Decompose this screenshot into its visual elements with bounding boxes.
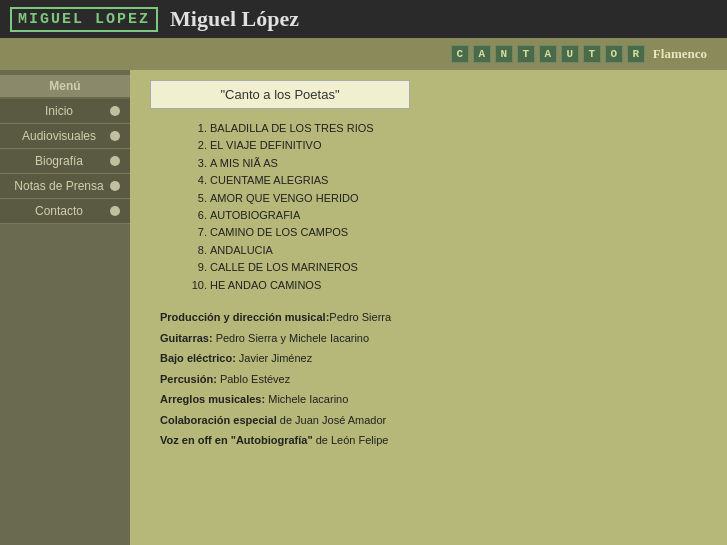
main-content: "Canto a los Poetas" BALADILLA DE LOS TR…	[130, 70, 727, 545]
tracks-section: BALADILLA DE LOS TRES RIOSEL VIAJE DEFIN…	[190, 121, 707, 293]
track-item: ANDALUCIA	[210, 243, 707, 258]
album-title: "Canto a los Poetas"	[150, 80, 410, 109]
header-name: Miguel López	[170, 6, 299, 32]
sidebar-item-label: Contacto	[12, 204, 106, 218]
sidebar-item[interactable]: Contacto	[0, 199, 130, 224]
header-logo-pixel: MIGUEL LOPEZ	[10, 7, 158, 32]
credit-value: de Juan José Amador	[277, 414, 386, 426]
credit-value: Pedro Sierra y Michele Iacarino	[213, 332, 370, 344]
track-item: CALLE DE LOS MARINEROS	[210, 260, 707, 275]
layout: Menú InicioAudiovisualesBiografíaNotas d…	[0, 70, 727, 545]
sidebar-item-label: Notas de Prensa	[12, 179, 106, 193]
credit-label: Producción y dirección musical:	[160, 311, 329, 323]
track-item: A MIS NIÃ AS	[210, 156, 707, 171]
credit-value: Michele Iacarino	[265, 393, 348, 405]
topbar-logo: CANTAUTOR	[451, 45, 645, 63]
sidebar: Menú InicioAudiovisualesBiografíaNotas d…	[0, 70, 130, 545]
track-item: CUENTAME ALEGRIAS	[210, 173, 707, 188]
credit-label: Percusión:	[160, 373, 217, 385]
credit-label: Arreglos musicales:	[160, 393, 265, 405]
sidebar-dot-icon	[110, 156, 120, 166]
track-item: AUTOBIOGRAFIA	[210, 208, 707, 223]
topbar-letter: U	[561, 45, 579, 63]
sidebar-item[interactable]: Notas de Prensa	[0, 174, 130, 199]
track-item: EL VIAJE DEFINITIVO	[210, 138, 707, 153]
credit-label: Bajo eléctrico:	[160, 352, 236, 364]
credit-value: Javier Jiménez	[236, 352, 312, 364]
sidebar-item-label: Audiovisuales	[12, 129, 106, 143]
track-item: CAMINO DE LOS CAMPOS	[210, 225, 707, 240]
topbar-letter: T	[583, 45, 601, 63]
track-item: HE ANDAO CAMINOS	[210, 278, 707, 293]
sidebar-dot-icon	[110, 181, 120, 191]
track-item: BALADILLA DE LOS TRES RIOS	[210, 121, 707, 136]
sidebar-dot-icon	[110, 106, 120, 116]
topbar-letter: R	[627, 45, 645, 63]
sidebar-item[interactable]: Biografía	[0, 149, 130, 174]
track-item: AMOR QUE VENGO HERIDO	[210, 191, 707, 206]
credit-line: Colaboración especial de Juan José Amado…	[160, 412, 707, 430]
sidebar-item-label: Inicio	[12, 104, 106, 118]
sidebar-item[interactable]: Inicio	[0, 99, 130, 124]
topbar: CANTAUTOR Flamenco	[0, 38, 727, 70]
credit-line: Guitarras: Pedro Sierra y Michele Iacari…	[160, 330, 707, 348]
track-list: BALADILLA DE LOS TRES RIOSEL VIAJE DEFIN…	[190, 121, 707, 293]
topbar-letter: A	[539, 45, 557, 63]
credit-line: Voz en off en "Autobiografía" de León Fe…	[160, 432, 707, 450]
credit-value: Pablo Estévez	[217, 373, 290, 385]
credit-label: Guitarras:	[160, 332, 213, 344]
credit-line: Bajo eléctrico: Javier Jiménez	[160, 350, 707, 368]
credit-label: Colaboración especial	[160, 414, 277, 426]
credit-line: Producción y dirección musical:Pedro Sie…	[160, 309, 707, 327]
sidebar-dot-icon	[110, 131, 120, 141]
sidebar-menu-label: Menú	[0, 75, 130, 97]
credits-section: Producción y dirección musical:Pedro Sie…	[160, 309, 707, 450]
topbar-brand-text: Flamenco	[653, 46, 707, 62]
credit-value: Pedro Sierra	[329, 311, 391, 323]
header: MIGUEL LOPEZ Miguel López	[0, 0, 727, 38]
topbar-letter: C	[451, 45, 469, 63]
topbar-letter: N	[495, 45, 513, 63]
credit-label: Voz en off en "Autobiografía"	[160, 434, 313, 446]
sidebar-item[interactable]: Audiovisuales	[0, 124, 130, 149]
credit-line: Arreglos musicales: Michele Iacarino	[160, 391, 707, 409]
topbar-letter: A	[473, 45, 491, 63]
credit-value: de León Felipe	[313, 434, 389, 446]
topbar-letter: T	[517, 45, 535, 63]
sidebar-item-label: Biografía	[12, 154, 106, 168]
credit-line: Percusión: Pablo Estévez	[160, 371, 707, 389]
topbar-letter: O	[605, 45, 623, 63]
sidebar-dot-icon	[110, 206, 120, 216]
